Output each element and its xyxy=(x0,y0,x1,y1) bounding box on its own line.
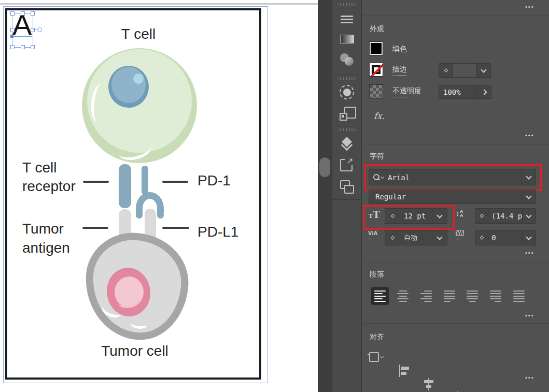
stroke-label[interactable]: 描边 xyxy=(392,65,407,76)
font-size-dropdown[interactable] xyxy=(432,209,447,223)
kerning-dropdown[interactable] xyxy=(432,230,447,245)
stroke-weight-dropdown[interactable] xyxy=(476,64,490,77)
font-style-dropdown[interactable] xyxy=(521,190,536,204)
selection-handle[interactable] xyxy=(21,11,25,16)
dock-grip[interactable] xyxy=(339,3,355,6)
opacity-expand-button[interactable] xyxy=(476,85,491,98)
justify-last-center-button[interactable] xyxy=(463,287,481,305)
panel-menu-button[interactable]: ••• xyxy=(525,4,534,10)
dock-divider xyxy=(332,126,362,126)
justify-last-right-button[interactable] xyxy=(487,287,504,305)
t-cell-receptor-label: T cell receptor xyxy=(22,158,76,196)
font-family-dropdown[interactable] xyxy=(521,170,536,185)
tracking-icon: VA↔ xyxy=(456,230,464,241)
pd-l1-label: PD-L1 xyxy=(198,223,238,241)
selection-handle[interactable] xyxy=(10,28,15,32)
layers-panel-icon[interactable] xyxy=(338,136,356,151)
panel-gutter xyxy=(318,0,332,392)
text-anchor-point[interactable] xyxy=(10,35,13,38)
align-section-title: 对齐 xyxy=(370,332,384,342)
section-divider xyxy=(363,144,549,144)
opacity-control[interactable]: 100% xyxy=(439,85,491,99)
t-cell-receptor-stalk xyxy=(119,164,131,208)
dock-grip[interactable] xyxy=(339,77,355,80)
selection-handle[interactable] xyxy=(10,11,15,16)
pd-1-claw-tip xyxy=(157,212,164,219)
align-more-button[interactable]: ••• xyxy=(525,375,534,381)
panel-collapse-handle[interactable] xyxy=(319,157,330,177)
align-left-button[interactable] xyxy=(399,364,413,378)
appearance-more-button[interactable]: ••• xyxy=(525,133,534,138)
selection-handle[interactable] xyxy=(21,45,25,49)
section-divider xyxy=(363,15,549,16)
pd-1-claw-tip xyxy=(136,212,143,219)
justify-all-button[interactable] xyxy=(510,287,528,305)
callout-dash xyxy=(162,227,189,229)
gradient-panel-icon[interactable] xyxy=(338,33,356,45)
fill-color-swatch[interactable] xyxy=(370,42,383,55)
text-outport-line xyxy=(33,30,37,30)
artboards-panel-icon[interactable] xyxy=(338,178,356,195)
selection-handle[interactable] xyxy=(31,28,35,32)
leading-value[interactable]: (14.4 pt) xyxy=(488,209,522,223)
callout-dash xyxy=(162,181,188,183)
tracking-dropdown[interactable] xyxy=(522,230,536,245)
opacity-value[interactable]: 100% xyxy=(439,85,476,98)
selection-handle[interactable] xyxy=(10,45,15,49)
transparency-panel-icon[interactable] xyxy=(338,52,356,67)
text-outport-circle[interactable] xyxy=(37,27,42,32)
export-panel-icon[interactable]: ↗ xyxy=(338,155,356,172)
font-search-icon[interactable] xyxy=(369,170,384,185)
opacity-label[interactable]: 不透明度 xyxy=(392,86,421,97)
pd-1-label: PD-1 xyxy=(198,172,231,190)
align-right-text-button[interactable] xyxy=(417,287,435,305)
selection-handle[interactable] xyxy=(31,45,35,49)
font-size-value[interactable]: 12 pt xyxy=(400,209,432,223)
font-style-field[interactable]: Regular xyxy=(369,190,536,204)
stroke-panel-icon[interactable] xyxy=(338,13,356,25)
canvas-top-divider xyxy=(0,3,318,5)
stroke-weight-stepper[interactable] xyxy=(439,64,453,77)
nested-squares-panel-icon[interactable] xyxy=(338,105,356,122)
pd-1-stalk xyxy=(142,166,148,195)
canvas-area[interactable]: T cell T cell receptor PD-1 Tumor antige… xyxy=(0,0,318,392)
dock-grip[interactable] xyxy=(339,128,355,131)
font-style-value[interactable]: Regular xyxy=(369,190,521,204)
stroke-weight-control[interactable] xyxy=(439,63,491,78)
section-divider xyxy=(363,388,549,388)
tracking-control[interactable]: 0 xyxy=(475,230,536,245)
leading-stepper[interactable] xyxy=(475,209,488,223)
section-divider xyxy=(363,323,549,324)
tracking-stepper[interactable] xyxy=(475,230,488,245)
paragraph-more-button[interactable]: ••• xyxy=(525,313,534,318)
align-left-text-button[interactable] xyxy=(371,287,389,305)
justify-last-left-button[interactable] xyxy=(441,287,458,305)
align-center-text-button[interactable] xyxy=(394,287,412,305)
font-family-value[interactable]: Arial xyxy=(384,170,521,185)
opacity-swatch[interactable] xyxy=(370,85,383,98)
kerning-control[interactable]: 自动 xyxy=(385,230,447,245)
tracking-value[interactable]: 0 xyxy=(488,230,522,245)
fx-button[interactable]: fx. xyxy=(374,111,385,121)
align-horizontal-center-button[interactable] xyxy=(422,378,435,391)
app-window: T cell T cell receptor PD-1 Tumor antige… xyxy=(0,0,549,392)
appearance-section-title: 外观 xyxy=(370,24,384,34)
kerning-value[interactable]: 自动 xyxy=(400,230,432,245)
tumor-antigen-label: Tumor antigen xyxy=(22,219,70,257)
font-size-control[interactable]: 12 pt xyxy=(385,208,447,224)
paragraph-section-title: 段落 xyxy=(370,270,384,279)
stroke-color-swatch[interactable] xyxy=(370,63,383,76)
selection-handle[interactable] xyxy=(31,11,35,16)
font-family-field[interactable]: Arial xyxy=(369,169,536,185)
align-to-selector[interactable] xyxy=(369,352,383,362)
callout-dash xyxy=(83,181,109,183)
character-section-title: 字符 xyxy=(370,152,384,161)
character-more-button[interactable]: ••• xyxy=(525,250,534,256)
font-size-stepper[interactable] xyxy=(385,209,400,223)
stroke-weight-value[interactable] xyxy=(453,64,476,77)
fill-label[interactable]: 填色 xyxy=(392,45,407,54)
kerning-stepper[interactable] xyxy=(385,230,400,245)
dashed-circle-panel-icon[interactable] xyxy=(338,84,356,100)
leading-dropdown[interactable] xyxy=(522,209,536,223)
leading-control[interactable]: (14.4 pt) xyxy=(475,208,536,224)
